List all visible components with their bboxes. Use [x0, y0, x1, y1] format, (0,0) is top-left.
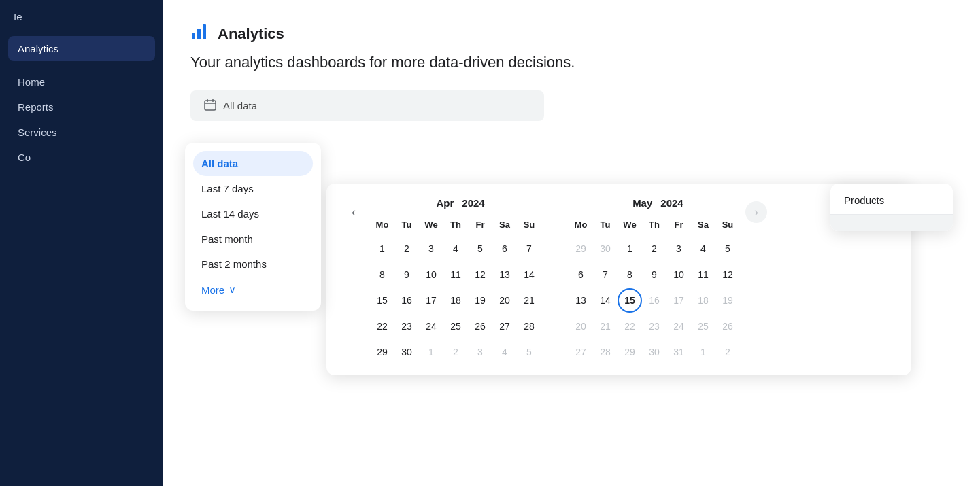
calendar-day[interactable]: 19 — [468, 288, 492, 313]
calendar-day[interactable]: 22 — [370, 314, 394, 339]
brand-label: Ie — [14, 11, 22, 22]
main-content: Analytics Your analytics dashboards for … — [163, 0, 980, 486]
day-header: Fr — [468, 217, 492, 235]
calendar-day[interactable]: 13 — [492, 262, 517, 287]
page-subtitle: Your analytics dashboards for more data-… — [190, 54, 953, 71]
calendar-left: Apr 2024 MoTuWeThFrSaSu12345678910111213… — [370, 197, 541, 364]
day-header: Su — [715, 217, 740, 235]
calendar-day[interactable]: 6 — [492, 237, 517, 261]
calendar-day: 21 — [593, 314, 618, 339]
sidebar-item-co[interactable]: Co — [0, 145, 163, 170]
calendar-day: 3 — [468, 340, 492, 364]
date-filter-dropdown: All data Last 7 days Last 14 days Past m… — [185, 143, 321, 311]
calendar-day: 28 — [593, 340, 618, 364]
calendar-day[interactable]: 4 — [691, 237, 715, 261]
calendar-day[interactable]: 3 — [419, 237, 443, 261]
calendar-day[interactable]: 18 — [443, 288, 468, 313]
calendar-day: 29 — [618, 340, 642, 364]
calendar-day[interactable]: 25 — [443, 314, 468, 339]
calendar-day[interactable]: 29 — [370, 340, 394, 364]
calendar-day: 25 — [691, 314, 715, 339]
calendar-outer: ‹ Apr 2024 MoTuWeThFrSaSu123456789101112… — [343, 197, 895, 364]
dropdown-item-past2months[interactable]: Past 2 months — [185, 251, 321, 277]
calendar-day[interactable]: 23 — [394, 314, 419, 339]
calendar-icon — [204, 99, 216, 113]
dropdown-item-past-month[interactable]: Past month — [185, 226, 321, 251]
calendar-day: 1 — [419, 340, 443, 364]
right-month-header: May 2024 — [569, 197, 740, 209]
calendar-day: 20 — [569, 314, 593, 339]
right-year: 2024 — [660, 197, 683, 209]
dropdown-item-all-data[interactable]: All data — [193, 151, 313, 176]
day-header: Su — [517, 217, 541, 235]
calendar-day[interactable]: 10 — [419, 262, 443, 287]
calendars-container: Apr 2024 MoTuWeThFrSaSu12345678910111213… — [370, 197, 740, 364]
day-header: We — [618, 217, 642, 235]
calendar-day[interactable]: 15 — [618, 288, 642, 313]
calendar-day[interactable]: 11 — [691, 262, 715, 287]
right-month-name: May — [625, 197, 652, 209]
calendar-day[interactable]: 5 — [468, 237, 492, 261]
calendar-day[interactable]: 1 — [370, 237, 394, 261]
sidebar-item-services[interactable]: Services — [0, 120, 163, 145]
calendar-day[interactable]: 7 — [517, 237, 541, 261]
calendar-day: 16 — [642, 288, 666, 313]
calendar-day[interactable]: 28 — [517, 314, 541, 339]
calendar-day[interactable]: 4 — [443, 237, 468, 261]
calendar-day[interactable]: 11 — [443, 262, 468, 287]
calendar-day[interactable]: 24 — [419, 314, 443, 339]
calendar-day[interactable]: 26 — [468, 314, 492, 339]
calendar-day[interactable]: 12 — [715, 262, 740, 287]
day-header: Mo — [370, 217, 394, 235]
calendar-day[interactable]: 30 — [394, 340, 419, 364]
left-month-name: Apr — [426, 197, 454, 209]
calendar-day[interactable]: 2 — [394, 237, 419, 261]
calendar-day[interactable]: 5 — [715, 237, 740, 261]
calendar-day[interactable]: 7 — [593, 262, 618, 287]
calendar-day[interactable]: 2 — [642, 237, 666, 261]
calendar-day[interactable]: 14 — [517, 262, 541, 287]
calendar-next-button[interactable]: › — [745, 201, 767, 223]
calendar-day[interactable]: 3 — [666, 237, 691, 261]
sidebar-item-home[interactable]: Home — [0, 69, 163, 94]
calendar-day[interactable]: 12 — [468, 262, 492, 287]
page-header: Analytics — [190, 22, 953, 46]
sidebar-item-reports[interactable]: Reports — [0, 94, 163, 120]
dropdown-item-more[interactable]: More ∨ — [185, 277, 321, 302]
calendar-day: 31 — [666, 340, 691, 364]
calendar-day[interactable]: 27 — [492, 314, 517, 339]
calendar-day[interactable]: 6 — [569, 262, 593, 287]
calendar-day[interactable]: 9 — [394, 262, 419, 287]
calendar-day[interactable]: 8 — [618, 262, 642, 287]
calendar-day[interactable]: 13 — [569, 288, 593, 313]
calendar-day[interactable]: 1 — [618, 237, 642, 261]
calendar-day[interactable]: 15 — [370, 288, 394, 313]
sidebar: Ie Analytics Home Reports Services Co — [0, 0, 163, 486]
products-panel: Products — [830, 184, 953, 231]
calendar-day: 30 — [593, 237, 618, 261]
calendar-day[interactable]: 20 — [492, 288, 517, 313]
dropdown-item-last14[interactable]: Last 14 days — [185, 201, 321, 226]
date-filter-button[interactable]: All data — [190, 90, 544, 121]
calendar-day[interactable]: 10 — [666, 262, 691, 287]
analytics-icon — [190, 22, 209, 46]
products-item[interactable] — [830, 215, 953, 231]
dropdown-item-last7[interactable]: Last 7 days — [185, 176, 321, 201]
date-filter-label: All data — [223, 100, 257, 111]
calendar-day[interactable]: 14 — [593, 288, 618, 313]
calendar-day[interactable]: 9 — [642, 262, 666, 287]
calendar-day[interactable]: 8 — [370, 262, 394, 287]
svg-rect-3 — [205, 101, 216, 110]
calendar-day: 17 — [666, 288, 691, 313]
sidebar-item-analytics[interactable]: Analytics — [8, 36, 155, 61]
day-header: Tu — [394, 217, 419, 235]
calendar-prev-button[interactable]: ‹ — [343, 201, 365, 223]
day-header: Sa — [492, 217, 517, 235]
day-header: Tu — [593, 217, 618, 235]
calendar-day[interactable]: 16 — [394, 288, 419, 313]
calendar-day[interactable]: 17 — [419, 288, 443, 313]
calendar-day: 29 — [569, 237, 593, 261]
day-header: Mo — [569, 217, 593, 235]
calendar-day[interactable]: 21 — [517, 288, 541, 313]
svg-rect-0 — [192, 33, 195, 39]
